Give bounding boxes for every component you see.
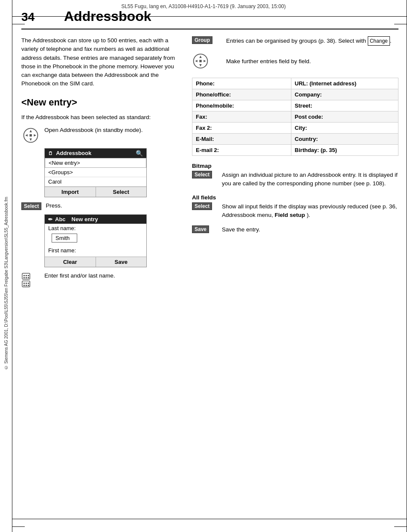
field-city: City: (291, 123, 398, 134)
first-name-label: First name: (45, 246, 146, 255)
field-postcode: Post code: (291, 111, 398, 123)
save-badge-container: Save (192, 225, 218, 233)
new-entry-screen: ✏ Abc New entry Last name: Smith First n… (44, 214, 147, 267)
svg-marker-4 (34, 134, 36, 136)
field-company: Company: (291, 89, 398, 100)
phone-screen-addressbook: 🗒 Addressbook 🔍 <New entry> <Groups> Car… (44, 148, 147, 197)
table-row: Fax: Post code: (192, 111, 398, 123)
all-fields-select-badge-container: Select (192, 202, 218, 210)
field-fax: Fax: (192, 111, 291, 123)
svg-rect-17 (23, 285, 25, 286)
all-fields-description: Show all input fields if the display was… (222, 202, 398, 220)
phone-screen-header: 🗒 Addressbook 🔍 (45, 149, 146, 158)
svg-rect-8 (23, 275, 25, 276)
header-text: SL55 Fugu, lang en, A31008-H4910-A1-1-76… (21, 3, 386, 9)
select-badge-container: Select (21, 202, 41, 210)
save-description: Save the entry. (222, 225, 398, 234)
phone-screen-item-groups: <Groups> (45, 168, 146, 177)
svg-rect-14 (23, 283, 25, 284)
phone-import-button[interactable]: Import (45, 187, 96, 197)
bitmap-select-badge-container: Select (192, 171, 218, 178)
svg-rect-13 (28, 277, 29, 278)
step-intro: If the Addressbook has been selected as … (21, 113, 183, 122)
pencil-icon: ✏ (48, 216, 52, 222)
nav-circle-icon (22, 127, 39, 144)
fields-table: Phone: URL: (Internet address) Phone/off… (192, 78, 398, 156)
phone-screen-item-carol: Carol (45, 177, 146, 187)
table-row: Phone: URL: (Internet address) (192, 78, 398, 89)
table-row: Phone/mobile: Street: (192, 100, 398, 111)
keyboard-svg-icon (21, 272, 40, 289)
clear-button[interactable]: Clear (45, 257, 96, 267)
save-row: Save Save the entry. (192, 225, 398, 234)
table-row: E-mail 2: Birthday: (p. 35) (192, 145, 398, 156)
phone-screen-buttons: Import Select (45, 187, 146, 197)
right-nav-row: Make further entries field by field. (192, 53, 398, 71)
enter-name-text: Enter first and/or last name. (44, 272, 183, 280)
step-1-row: Open Addressbook (in standby mode). (21, 126, 183, 144)
new-entry-heading: <New entry> (21, 97, 183, 108)
new-entry-header-abc: Abc (55, 216, 66, 222)
table-row: Fax 2: City: (192, 123, 398, 134)
group-badge-container: Group (192, 36, 222, 44)
bitmap-select-badge[interactable]: Select (192, 171, 212, 178)
smith-value: Smith (52, 234, 77, 243)
field-birthday: Birthday: (p. 35) (291, 145, 398, 156)
group-row: Group Entries can be organised by groups… (192, 36, 398, 46)
svg-rect-11 (23, 277, 25, 278)
svg-rect-5 (29, 134, 32, 136)
all-fields-row: Select Show all input fields if the disp… (192, 202, 398, 220)
nav-description: Make further entries field by field. (226, 57, 311, 66)
svg-marker-24 (204, 60, 206, 62)
right-column: Group Entries can be organised by groups… (192, 36, 398, 294)
svg-rect-12 (26, 277, 27, 278)
select-badge[interactable]: Select (21, 202, 41, 210)
svg-rect-16 (28, 283, 29, 284)
phone-screen-title: 🗒 Addressbook (48, 150, 91, 156)
new-entry-buttons: Clear Save (45, 257, 146, 267)
field-street: Street: (291, 100, 398, 111)
phone-screen-item-new-entry: <New entry> (45, 158, 146, 168)
bitmap-description: Assign an individual picture to an Addre… (222, 171, 398, 188)
group-description: Entries can be organised by groups (p. 3… (226, 36, 398, 46)
field-url: URL: (Internet address) (291, 78, 398, 89)
save-badge[interactable]: Save (192, 225, 209, 233)
field-phone: Phone: (192, 78, 291, 89)
field-email: E-Mail: (192, 134, 291, 145)
field-email2: E-mail 2: (192, 145, 291, 156)
keyboard-icon (21, 272, 40, 290)
svg-rect-10 (28, 275, 29, 276)
change-badge[interactable]: Change (368, 36, 390, 46)
svg-rect-18 (26, 285, 27, 286)
svg-rect-19 (28, 285, 29, 286)
table-row: E-Mail: Country: (192, 134, 398, 145)
press-text: Press. (46, 202, 183, 210)
svg-marker-22 (199, 64, 201, 66)
field-country: Country: (291, 134, 398, 145)
all-fields-label: All fields (192, 194, 398, 201)
svg-rect-9 (26, 275, 27, 276)
svg-marker-3 (25, 134, 27, 136)
all-fields-select-badge[interactable]: Select (192, 202, 212, 210)
svg-rect-25 (199, 60, 201, 62)
field-setup-text: Field setup (275, 212, 305, 218)
new-entry-title: New entry (72, 216, 98, 222)
phone-select-button[interactable]: Select (96, 187, 147, 197)
bitmap-row: Select Assign an individual picture to a… (192, 171, 398, 188)
svg-marker-1 (29, 130, 32, 132)
svg-marker-21 (199, 56, 201, 58)
svg-marker-23 (195, 60, 197, 62)
page-number: 34 (21, 10, 47, 24)
keyboard-row: Enter first and/or last name. (21, 272, 183, 290)
step-1-text: Open Addressbook (in standby mode). (44, 126, 183, 134)
intro-text: The Addressbook can store up to 500 entr… (21, 36, 183, 88)
new-entry-header: ✏ Abc New entry (45, 215, 146, 224)
nav-icon-right-container (192, 53, 222, 71)
left-column: The Addressbook can store up to 500 entr… (21, 36, 183, 294)
search-icon: 🔍 (136, 150, 143, 157)
nav-icon-right (192, 53, 209, 70)
field-phone-mobile: Phone/mobile: (192, 100, 291, 111)
save-button[interactable]: Save (96, 257, 147, 267)
field-phone-office: Phone/office: (192, 89, 291, 100)
sidebar-copyright: © Siemens AG 2001, D:\Pool\L55\SJ55\en F… (0, 51, 12, 515)
